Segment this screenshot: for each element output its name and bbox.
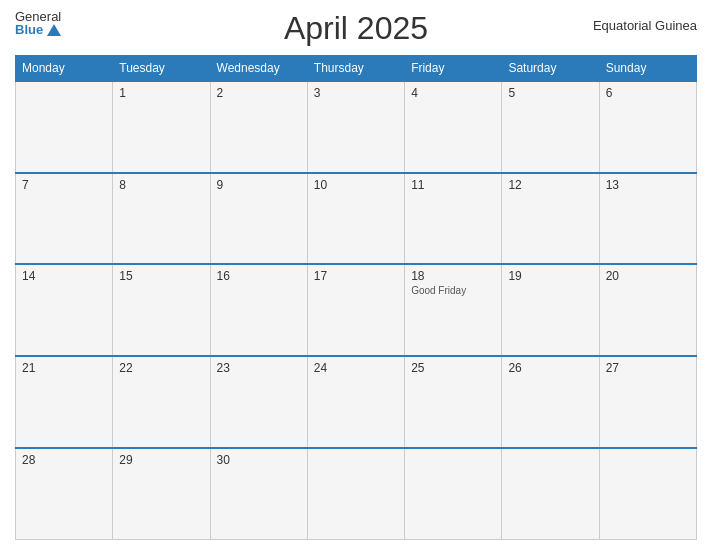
weekday-header-sunday: Sunday <box>599 56 696 82</box>
day-number: 21 <box>22 361 106 375</box>
calendar-cell: 5 <box>502 81 599 173</box>
calendar-body: 123456789101112131415161718Good Friday19… <box>16 81 697 540</box>
day-number: 4 <box>411 86 495 100</box>
calendar-cell <box>599 448 696 540</box>
calendar-cell: 17 <box>307 264 404 356</box>
day-number: 1 <box>119 86 203 100</box>
weekday-header-monday: Monday <box>16 56 113 82</box>
day-number: 5 <box>508 86 592 100</box>
calendar-cell: 14 <box>16 264 113 356</box>
calendar-cell <box>307 448 404 540</box>
calendar-cell: 11 <box>405 173 502 265</box>
calendar-cell: 26 <box>502 356 599 448</box>
day-number: 25 <box>411 361 495 375</box>
day-number: 29 <box>119 453 203 467</box>
calendar-cell: 10 <box>307 173 404 265</box>
calendar-cell: 4 <box>405 81 502 173</box>
day-number: 18 <box>411 269 495 283</box>
calendar-cell: 12 <box>502 173 599 265</box>
day-number: 23 <box>217 361 301 375</box>
calendar-cell: 30 <box>210 448 307 540</box>
calendar-cell: 24 <box>307 356 404 448</box>
calendar-cell: 1 <box>113 81 210 173</box>
calendar-table: MondayTuesdayWednesdayThursdayFridaySatu… <box>15 55 697 540</box>
calendar-cell: 6 <box>599 81 696 173</box>
weekday-header-friday: Friday <box>405 56 502 82</box>
day-number: 9 <box>217 178 301 192</box>
calendar-cell: 21 <box>16 356 113 448</box>
logo: General Blue <box>15 10 61 36</box>
calendar-cell: 9 <box>210 173 307 265</box>
calendar-cell: 20 <box>599 264 696 356</box>
logo-blue-text: Blue <box>15 23 61 36</box>
calendar-cell: 28 <box>16 448 113 540</box>
weekday-header-thursday: Thursday <box>307 56 404 82</box>
calendar-cell <box>502 448 599 540</box>
calendar-cell: 7 <box>16 173 113 265</box>
weekday-header-wednesday: Wednesday <box>210 56 307 82</box>
weekday-header-saturday: Saturday <box>502 56 599 82</box>
day-number: 2 <box>217 86 301 100</box>
day-number: 24 <box>314 361 398 375</box>
weekday-header-row: MondayTuesdayWednesdayThursdayFridaySatu… <box>16 56 697 82</box>
month-title: April 2025 <box>284 10 428 47</box>
calendar-cell: 29 <box>113 448 210 540</box>
calendar-week-row: 78910111213 <box>16 173 697 265</box>
day-number: 13 <box>606 178 690 192</box>
calendar-week-row: 1415161718Good Friday1920 <box>16 264 697 356</box>
calendar-cell: 3 <box>307 81 404 173</box>
day-number: 26 <box>508 361 592 375</box>
day-number: 19 <box>508 269 592 283</box>
calendar-cell: 13 <box>599 173 696 265</box>
day-number: 20 <box>606 269 690 283</box>
calendar-cell: 18Good Friday <box>405 264 502 356</box>
weekday-header-tuesday: Tuesday <box>113 56 210 82</box>
day-number: 11 <box>411 178 495 192</box>
event-label: Good Friday <box>411 285 495 296</box>
day-number: 14 <box>22 269 106 283</box>
calendar-cell <box>16 81 113 173</box>
logo-triangle-icon <box>47 24 61 36</box>
day-number: 15 <box>119 269 203 283</box>
calendar-cell: 27 <box>599 356 696 448</box>
day-number: 6 <box>606 86 690 100</box>
calendar-week-row: 282930 <box>16 448 697 540</box>
calendar-cell: 8 <box>113 173 210 265</box>
day-number: 17 <box>314 269 398 283</box>
day-number: 30 <box>217 453 301 467</box>
calendar-cell: 25 <box>405 356 502 448</box>
calendar-header: MondayTuesdayWednesdayThursdayFridaySatu… <box>16 56 697 82</box>
calendar-cell: 15 <box>113 264 210 356</box>
calendar-cell: 16 <box>210 264 307 356</box>
country-label: Equatorial Guinea <box>593 18 697 33</box>
day-number: 12 <box>508 178 592 192</box>
calendar-week-row: 123456 <box>16 81 697 173</box>
day-number: 22 <box>119 361 203 375</box>
day-number: 8 <box>119 178 203 192</box>
calendar-cell <box>405 448 502 540</box>
calendar-cell: 2 <box>210 81 307 173</box>
day-number: 16 <box>217 269 301 283</box>
day-number: 7 <box>22 178 106 192</box>
calendar-cell: 22 <box>113 356 210 448</box>
day-number: 28 <box>22 453 106 467</box>
calendar-cell: 19 <box>502 264 599 356</box>
header: General Blue April 2025 Equatorial Guine… <box>15 10 697 47</box>
day-number: 27 <box>606 361 690 375</box>
calendar-week-row: 21222324252627 <box>16 356 697 448</box>
day-number: 3 <box>314 86 398 100</box>
day-number: 10 <box>314 178 398 192</box>
calendar-cell: 23 <box>210 356 307 448</box>
